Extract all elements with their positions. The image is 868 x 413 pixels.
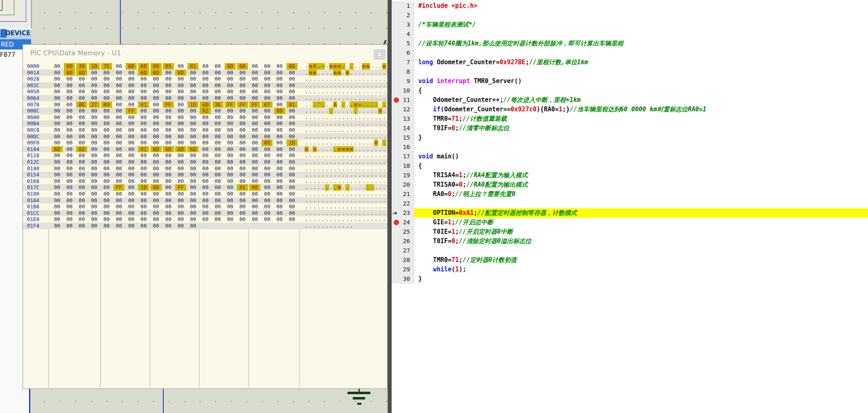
memory-byte[interactable]: 00	[64, 191, 75, 197]
memory-byte[interactable]: 00	[225, 146, 236, 153]
code-text[interactable]	[414, 67, 868, 77]
memory-byte[interactable]: 00	[64, 108, 75, 114]
schematic-overview-pane[interactable]	[0, 0, 32, 28]
memory-byte[interactable]: 00	[101, 184, 112, 191]
memory-byte[interactable]: 00	[64, 172, 75, 178]
memory-byte[interactable]: 00	[225, 216, 236, 223]
memory-byte[interactable]: 00	[151, 82, 162, 89]
memory-byte[interactable]: 00	[89, 178, 100, 185]
memory-byte[interactable]: 00	[89, 184, 100, 191]
memory-byte[interactable]: 00	[262, 178, 273, 185]
memory-byte[interactable]: 00	[175, 172, 186, 178]
memory-byte[interactable]: 00	[262, 63, 273, 70]
gutter[interactable]: 12	[392, 105, 414, 114]
memory-byte[interactable]: 00	[237, 191, 248, 197]
memory-byte[interactable]: 00	[151, 88, 162, 95]
line-number[interactable]: 22	[403, 199, 410, 208]
memory-byte[interactable]: 07	[262, 102, 273, 108]
memory-byte[interactable]: 00	[89, 76, 100, 82]
memory-byte[interactable]: 00	[175, 88, 186, 95]
memory-byte[interactable]: 00	[76, 159, 87, 165]
gutter[interactable]: 26	[392, 237, 414, 246]
code-text[interactable]: }	[414, 274, 868, 284]
memory-byte[interactable]: 00	[274, 159, 285, 165]
memory-byte[interactable]: 00	[76, 88, 87, 95]
memory-byte[interactable]: 01	[138, 146, 149, 153]
memory-byte[interactable]: 00	[225, 127, 236, 133]
memory-byte[interactable]: 00	[64, 114, 75, 121]
breakpoint-icon[interactable]	[394, 220, 399, 225]
memory-byte[interactable]: 00	[64, 102, 75, 108]
memory-byte[interactable]: 00	[64, 184, 75, 191]
memory-byte[interactable]: 00	[187, 159, 198, 165]
memory-byte[interactable]: 00	[187, 184, 198, 191]
memory-byte[interactable]: 00	[52, 140, 63, 146]
memory-byte[interactable]: 00	[163, 108, 174, 114]
memory-byte[interactable]: 00	[89, 172, 100, 178]
memory-byte[interactable]: 00	[52, 152, 63, 159]
memory-byte[interactable]: 00	[274, 184, 285, 191]
memory-byte[interactable]: 00	[64, 133, 75, 140]
memory-byte[interactable]: 00	[262, 184, 273, 191]
memory-byte[interactable]: 00	[286, 184, 298, 191]
memory-byte[interactable]: 00	[89, 223, 100, 229]
memory-byte[interactable]: 00	[113, 127, 124, 133]
memory-byte[interactable]: 00	[262, 95, 273, 102]
code-text[interactable]: OPTION=0xA1;//配置定时器控制寄存器，计数模式	[414, 208, 868, 218]
memory-byte[interactable]: 00	[101, 127, 112, 133]
gutter[interactable]: 28	[392, 255, 414, 265]
memory-byte[interactable]: 00	[89, 210, 100, 217]
memory-byte[interactable]: 00	[126, 140, 137, 146]
memory-byte[interactable]: 00	[175, 203, 186, 210]
memory-byte[interactable]: 00	[52, 120, 63, 127]
memory-byte[interactable]: 00	[237, 210, 248, 217]
code-text[interactable]: void main()	[414, 152, 868, 161]
memory-byte[interactable]: 00	[126, 210, 137, 217]
memory-byte[interactable]: 00	[151, 159, 162, 165]
memory-byte[interactable]: 00	[64, 88, 75, 95]
code-text[interactable]: void interrupt TMR0_Server()	[414, 77, 868, 86]
memory-byte[interactable]: 00	[249, 152, 260, 159]
memory-byte[interactable]: 00	[138, 108, 149, 114]
memory-byte[interactable]: 00	[89, 146, 100, 153]
memory-byte[interactable]: 00	[52, 108, 63, 114]
memory-byte[interactable]: 00	[89, 152, 100, 159]
code-text[interactable]	[414, 246, 868, 255]
memory-byte[interactable]: 00	[200, 203, 211, 210]
memory-byte[interactable]: 00	[286, 172, 298, 178]
memory-byte[interactable]: 00	[200, 114, 211, 121]
memory-byte[interactable]: 00	[187, 203, 198, 210]
memory-byte[interactable]: 00	[76, 108, 87, 114]
memory-byte[interactable]: 00	[163, 172, 174, 178]
memory-byte[interactable]: 00	[262, 70, 273, 76]
memory-byte[interactable]: 00	[138, 76, 149, 82]
memory-byte[interactable]: 00	[163, 152, 174, 159]
pane-divider[interactable]	[388, 0, 392, 413]
memory-byte[interactable]: 00	[187, 223, 198, 229]
memory-byte[interactable]: 00	[138, 82, 149, 89]
memory-byte[interactable]: 00	[64, 127, 75, 133]
memory-byte[interactable]: 00	[187, 152, 198, 159]
memory-byte[interactable]: 00	[113, 102, 124, 108]
line-number[interactable]: 17	[403, 152, 410, 161]
memory-byte[interactable]: 6D	[151, 184, 162, 191]
memory-byte[interactable]: 00	[187, 76, 198, 82]
memory-byte[interactable]: 00	[52, 63, 63, 70]
memory-byte[interactable]: 00	[225, 165, 236, 172]
memory-byte[interactable]: 00	[113, 95, 124, 102]
gutter[interactable]: 10	[392, 86, 414, 95]
memory-byte[interactable]: 00	[64, 152, 75, 159]
memory-byte[interactable]: 00	[212, 152, 223, 159]
gutter[interactable]: 18	[392, 161, 414, 171]
memory-byte[interactable]: 00	[286, 82, 298, 89]
memory-byte[interactable]: 00	[262, 76, 273, 82]
code-text[interactable]: if(Odometer_Counter==0x927c0){RA0=1;}//当…	[414, 105, 868, 114]
memory-byte[interactable]: 00	[286, 95, 298, 102]
line-number[interactable]: 18	[403, 161, 410, 171]
memory-byte[interactable]: 00	[151, 203, 162, 210]
memory-byte[interactable]: 00	[151, 120, 162, 127]
memory-byte[interactable]: 00	[237, 133, 248, 140]
memory-byte[interactable]: 6D	[286, 63, 298, 70]
memory-byte[interactable]: 6D	[163, 146, 174, 153]
memory-byte[interactable]: 00	[151, 178, 162, 185]
